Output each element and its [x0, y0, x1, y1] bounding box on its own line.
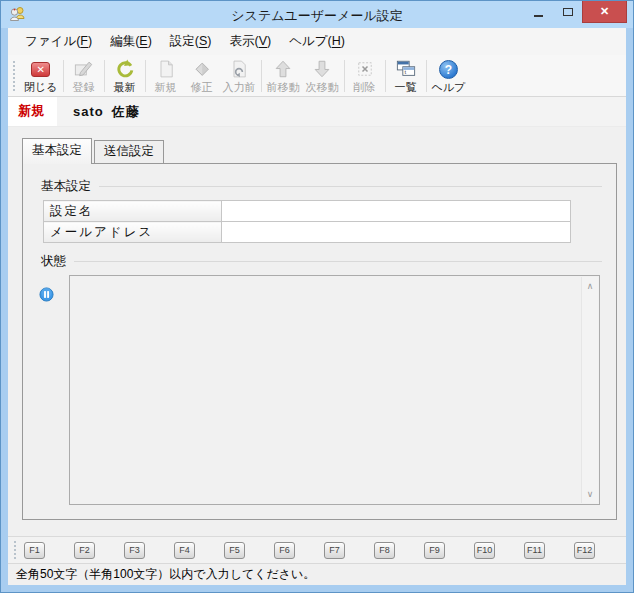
- menu-item-view[interactable]: 表示(V): [221, 28, 281, 55]
- toolbar-button-label: 次移動: [306, 80, 339, 94]
- toolbar-button-before-input: 入力前: [220, 57, 259, 95]
- window-controls: ✕: [524, 1, 627, 23]
- input-back-icon: [229, 59, 249, 80]
- menu-bar: ファイル(F)編集(E)設定(S)表示(V)ヘルプ(H): [8, 28, 626, 55]
- fkey-bar-grip[interactable]: [14, 541, 18, 559]
- status-textarea[interactable]: ∧ ∨: [69, 275, 600, 505]
- fkey-f1-button[interactable]: F1: [24, 542, 45, 559]
- toolbar-button-refresh[interactable]: 最新: [107, 57, 143, 95]
- scroll-down-icon[interactable]: ∨: [582, 486, 598, 502]
- status-row: ∧ ∨: [23, 275, 600, 505]
- group-legend: 基本設定: [41, 178, 602, 195]
- toolbar-separator: [63, 60, 64, 92]
- toolbar-button-label: 入力前: [223, 80, 256, 94]
- close-window-button[interactable]: ✕: [582, 1, 627, 23]
- toolbar: ✕閉じる登録最新新規修正入力前前移動次移動削除t一覧?ヘルプ: [8, 55, 626, 97]
- scroll-up-icon[interactable]: ∧: [582, 278, 598, 294]
- group-legend: 状態: [41, 253, 602, 270]
- record-user: sato佐藤: [73, 103, 148, 121]
- toolbar-button-modify: 修正: [184, 57, 220, 95]
- toolbar-button-help[interactable]: ?ヘルプ: [429, 57, 469, 95]
- toolbar-button-label: 閉じる: [24, 80, 58, 94]
- group-title: 基本設定: [41, 178, 91, 195]
- minimize-button[interactable]: [524, 1, 553, 23]
- list-windows-icon: t: [395, 59, 417, 80]
- toolbar-button-label: ヘルプ: [432, 80, 466, 94]
- minimize-icon: [534, 15, 543, 17]
- legend-rule: [74, 261, 602, 262]
- record-user-name: 佐藤: [112, 104, 140, 119]
- status-group: 状態: [23, 247, 616, 519]
- fkey-f2-button[interactable]: F2: [74, 542, 95, 559]
- settings-table: 設定名メールアドレス: [43, 200, 571, 243]
- status-message: 全角50文字（半角100文字）以内で入力してください。: [16, 566, 315, 583]
- basic-settings-group: 基本設定 設定名メールアドレス: [23, 172, 616, 247]
- menu-item-edit[interactable]: 編集(E): [101, 28, 161, 55]
- group-title: 状態: [41, 253, 66, 270]
- fkey-f12-button[interactable]: F12: [574, 542, 595, 559]
- refresh-icon: [114, 59, 136, 80]
- toolbar-separator: [344, 60, 345, 92]
- toolbar-button-close[interactable]: ✕閉じる: [21, 57, 61, 95]
- setting-name-label: 設定名: [44, 201, 222, 222]
- maximize-button[interactable]: [553, 1, 582, 23]
- title-bar: システムユーザーメール設定 ✕: [1, 1, 633, 28]
- toolbar-separator: [385, 60, 386, 92]
- menu-item-help[interactable]: ヘルプ(H): [280, 28, 354, 55]
- record-bar: 新規 sato佐藤: [8, 97, 626, 127]
- legend-rule: [99, 186, 602, 187]
- tab-strip: 基本設定送信設定: [22, 138, 626, 163]
- arrow-up-icon: [272, 59, 294, 80]
- toolbar-button-label: 前移動: [267, 80, 300, 94]
- arrow-down-icon: [311, 59, 333, 80]
- fkey-f6-button[interactable]: F6: [274, 542, 295, 559]
- status-text: [74, 278, 579, 502]
- mail-address-input[interactable]: [222, 223, 570, 242]
- edit-icon: [191, 59, 213, 80]
- help-icon: ?: [439, 59, 458, 80]
- toolbar-button-list[interactable]: t一覧: [388, 57, 424, 95]
- record-user-id: sato: [73, 104, 104, 119]
- tab-send-settings[interactable]: 送信設定: [94, 140, 164, 163]
- toolbar-button-label: 登録: [73, 80, 95, 94]
- fkey-f10-button[interactable]: F10: [474, 542, 495, 559]
- fkey-f8-button[interactable]: F8: [374, 542, 395, 559]
- toolbar-separator: [104, 60, 105, 92]
- fkey-f9-button[interactable]: F9: [424, 542, 445, 559]
- new-document-icon: [156, 59, 176, 80]
- maximize-icon: [563, 8, 573, 16]
- toolbar-button-move-next: 次移動: [303, 57, 342, 95]
- record-status-badge: 新規: [8, 97, 57, 126]
- mail-address-label: メールアドレス: [44, 222, 222, 243]
- app-window: システムユーザーメール設定 ✕ ファイル(F)編集(E)設定(S)表示(V)ヘル…: [0, 0, 634, 593]
- toolbar-separator: [261, 60, 262, 92]
- register-icon: [73, 59, 95, 80]
- pause-icon: [39, 287, 54, 505]
- menu-item-file[interactable]: ファイル(F): [16, 28, 101, 55]
- fkey-f11-button[interactable]: F11: [524, 542, 545, 559]
- setting-name-cell: [222, 201, 571, 222]
- main-content: 基本設定送信設定 基本設定 設定名メールアドレス 状態: [8, 127, 626, 536]
- close-icon: ✕: [31, 59, 50, 80]
- toolbar-button-label: 最新: [114, 80, 136, 94]
- form-row: メールアドレス: [44, 222, 571, 243]
- fkey-f4-button[interactable]: F4: [174, 542, 195, 559]
- fkey-f7-button[interactable]: F7: [324, 542, 345, 559]
- setting-name-input[interactable]: [222, 202, 570, 221]
- fkey-f3-button[interactable]: F3: [124, 542, 145, 559]
- status-bar: 全角50文字（半角100文字）以内で入力してください。: [8, 563, 626, 585]
- toolbar-button-new: 新規: [148, 57, 184, 95]
- toolbar-button-register: 登録: [66, 57, 102, 95]
- vertical-scrollbar[interactable]: ∧ ∨: [581, 277, 598, 503]
- toolbar-separator: [426, 60, 427, 92]
- toolbar-button-label: 一覧: [395, 80, 417, 94]
- function-key-bar: F1F2F3F4F5F6F7F8F9F10F11F12: [8, 536, 626, 563]
- menu-item-settings[interactable]: 設定(S): [161, 28, 221, 55]
- tab-basic-settings[interactable]: 基本設定: [22, 138, 92, 164]
- delete-icon: [355, 59, 375, 80]
- fkey-f5-button[interactable]: F5: [224, 542, 245, 559]
- tab-panel: 基本設定 設定名メールアドレス 状態: [22, 163, 617, 520]
- toolbar-button-label: 削除: [354, 80, 376, 94]
- form-row: 設定名: [44, 201, 571, 222]
- toolbar-grip[interactable]: [13, 61, 17, 91]
